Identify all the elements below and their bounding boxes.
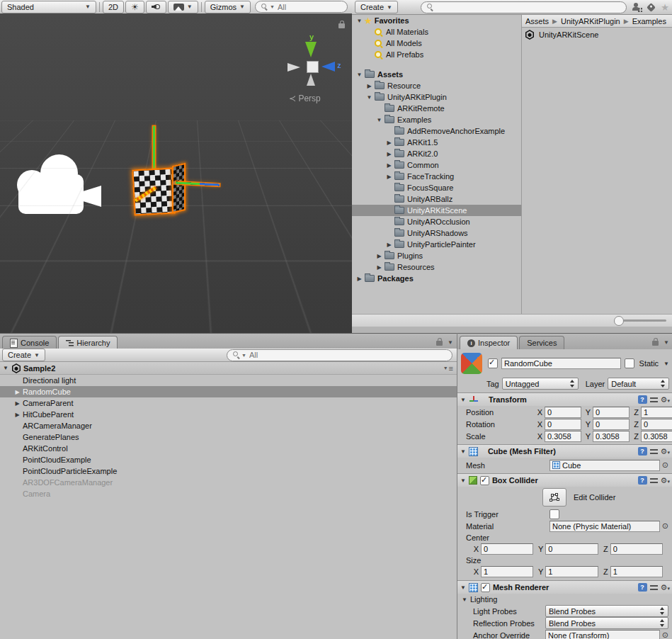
preset-icon[interactable] [650,397,658,403]
breadcrumb-plugin[interactable]: UnityARKitPlugin [561,17,620,26]
hierarchy-row-camera[interactable]: Camera [0,488,457,499]
lock-icon[interactable] [338,20,345,28]
project-tree-row-arkit1-5[interactable]: ▶ARKit1.5 [352,137,521,148]
project-tree-row-unityarkitplugin[interactable]: ▼UnityARKitPlugin [352,91,521,103]
project-search-field[interactable] [421,1,627,13]
help-icon[interactable]: ? [638,447,647,456]
mesh-object-field[interactable]: Cube [549,460,660,471]
tab-inspector[interactable]: iInspector [460,336,518,349]
scale-z-field[interactable]: 0.3058 [641,431,672,442]
camera-gizmo-icon[interactable] [17,154,106,218]
project-tree-row-resource[interactable]: ▶Resource [352,80,521,91]
hierarchy-search-input[interactable] [249,351,446,359]
perspective-toggle[interactable]: ≺ Persp [289,94,321,103]
scene-viewport[interactable]: y z ≺ Persp [0,14,352,333]
foldout-collapsed-icon[interactable]: ▶ [385,242,394,248]
project-search-input[interactable] [437,3,620,11]
axis-down-cone[interactable] [307,74,315,86]
size-z-field[interactable]: 1 [610,566,663,577]
rotation-x-field[interactable]: 0 [545,419,581,430]
project-tree-row-plugins[interactable]: ▶Plugins [352,250,521,261]
position-z-field[interactable]: 1 [641,407,672,418]
rotation-y-field[interactable]: 0 [593,419,630,430]
hierarchy-row-ar3dofcameramanager[interactable]: AR3DOFCameraManager [0,477,457,488]
active-checkbox[interactable] [488,358,498,368]
object-picker-icon[interactable]: ⊙ [662,630,668,639]
project-tree-row-packages[interactable]: ▶Packages [352,273,521,284]
hierarchy-row-directional-light[interactable]: Directional light [0,375,457,386]
gizmos-dropdown[interactable]: Gizmos▼ [205,1,251,13]
is-trigger-checkbox[interactable] [549,509,559,519]
project-tree-row-addremoveanchorexample[interactable]: AddRemoveAnchorExample [352,125,521,137]
hierarchy-row-pointcloudexample[interactable]: PointCloudExample [0,454,457,465]
project-tree-row-all-prefabs[interactable]: All Prefabs [352,49,521,60]
hierarchy-row-arkitcontrol[interactable]: ARKitControl [0,443,457,454]
foldout-collapsed-icon[interactable]: ▶ [385,162,394,169]
material-object-field[interactable]: None (Physic Material) [549,521,660,532]
rotation-z-field[interactable]: 0 [641,419,672,430]
tab-console[interactable]: Console [2,336,57,349]
axis-y-label[interactable]: y [309,33,314,41]
gear-icon[interactable]: ⚙▾ [661,477,670,485]
project-tree-row-unityarocclusion[interactable]: UnityAROcclusion [352,216,521,227]
foldout-expanded-icon[interactable]: ▼ [3,365,11,371]
hierarchy-row-arcameramanager[interactable]: ARCameraManager [0,420,457,431]
foldout-expanded-icon[interactable]: ▼ [460,584,466,591]
foldout-expanded-icon[interactable]: ▼ [375,117,384,123]
object-picker-icon[interactable]: ⊙ [662,521,668,531]
position-y-field[interactable]: 0 [593,407,630,418]
foldout-collapsed-icon[interactable]: ▶ [13,389,22,395]
random-cube-object[interactable] [132,168,175,216]
foldout-expanded-icon[interactable]: ▼ [355,72,364,78]
preset-icon[interactable] [650,477,658,484]
favorite-star-icon[interactable]: ★ [661,3,669,12]
breadcrumb-examples[interactable]: Examples [632,17,666,26]
static-dropdown-icon[interactable]: ▼ [664,361,669,367]
size-x-field[interactable]: 1 [481,566,533,577]
scale-y-field[interactable]: 0.3058 [593,431,630,442]
project-create-dropdown[interactable]: Create▼ [355,1,398,13]
scene-lighting-button[interactable]: ☀ [125,1,144,13]
hierarchy-row-cameraparent[interactable]: ▶CameraParent [0,397,457,409]
orientation-gizmo[interactable]: y z ≺ Persp [287,33,348,106]
tab-services[interactable]: Services [519,336,564,349]
gear-icon[interactable]: ⚙▾ [661,396,670,404]
scene-header-row[interactable]: ▼ Sample2 ▼≡ [0,362,457,375]
lighting-foldout[interactable]: ▼ Lighting [457,594,672,605]
static-checkbox[interactable] [625,358,634,368]
help-icon[interactable]: ? [638,583,647,592]
axis-z-cone[interactable] [321,62,335,72]
mesh-filter-header[interactable]: ▼ Cube (Mesh Filter) ? ⚙▾ [457,444,672,458]
axis-z-label[interactable]: z [337,61,341,69]
foldout-expanded-icon[interactable]: ▼ [355,18,364,24]
hierarchy-row-randomcube[interactable]: ▶RandomCube [0,386,457,397]
mesh-renderer-enabled-checkbox[interactable] [481,583,490,592]
lock-icon[interactable] [436,341,443,346]
foldout-collapsed-icon[interactable]: ▶ [385,174,394,180]
foldout-expanded-icon[interactable]: ▼ [460,448,466,455]
tab-menu-icon[interactable]: ▼ [664,339,669,346]
help-icon[interactable]: ? [638,395,647,404]
foldout-expanded-icon[interactable]: ▼ [460,477,466,484]
help-icon[interactable]: ? [638,476,647,485]
mesh-renderer-header[interactable]: ▼ Mesh Renderer ? ⚙▾ [457,580,672,594]
project-tree-row-resources[interactable]: ▶Resources [352,261,521,273]
center-x-field[interactable]: 0 [481,543,533,555]
reflection-probes-dropdown[interactable]: Blend Probes [545,617,668,629]
transform-header[interactable]: ▼ Transform ? ⚙▾ [457,392,672,406]
center-y-field[interactable]: 0 [545,543,598,555]
collab-icon[interactable] [632,3,642,11]
gizmo-center-cube[interactable] [307,61,319,73]
project-tree-row-unityarkitscene[interactable]: UnityARKitScene [352,205,521,216]
thumbnail-zoom-slider[interactable] [615,320,666,322]
hierarchy-create-dropdown[interactable]: Create▼ [2,349,45,361]
breadcrumb-assets[interactable]: Assets [525,17,549,26]
foldout-collapsed-icon[interactable]: ▶ [13,412,22,418]
project-tree-row-common[interactable]: ▶Common [352,159,521,171]
tag-dropdown[interactable]: Untagged [502,378,579,390]
effects-button[interactable]: ▼ [168,1,198,13]
tab-menu-icon[interactable]: ▼ [448,339,453,346]
foldout-collapsed-icon[interactable]: ▶ [365,83,374,89]
layer-dropdown[interactable]: Default [608,378,669,390]
label-tag-icon[interactable] [647,3,656,12]
